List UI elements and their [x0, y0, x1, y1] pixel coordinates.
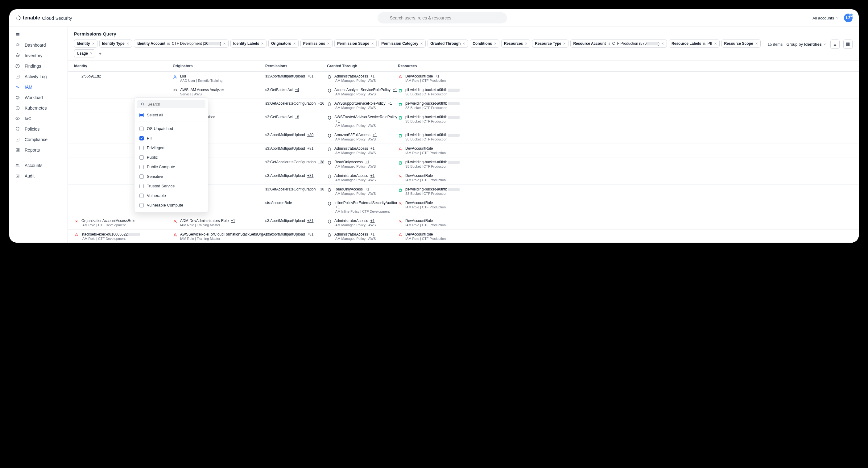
filter-chip-permission-category[interactable]: Permission Category ✕ — [378, 39, 426, 48]
dropdown-option-public-compute[interactable]: Public Compute — [134, 162, 208, 172]
nav-item-workload[interactable]: Workload — [9, 92, 67, 103]
dropdown-search-input[interactable] — [148, 102, 202, 107]
dropdown-option-public[interactable]: Public — [134, 152, 208, 162]
more-badge[interactable]: +1 — [370, 232, 375, 236]
nav-item-findings[interactable]: Findings — [9, 61, 67, 71]
more-badge[interactable]: +81 — [307, 74, 313, 79]
chip-close-icon[interactable]: ✕ — [420, 42, 423, 46]
more-badge[interactable]: +1 — [370, 146, 375, 151]
nav-item-policies[interactable]: Policies — [9, 124, 67, 134]
chip-close-icon[interactable]: ✕ — [755, 42, 758, 46]
col-granted[interactable]: Granted Through — [327, 64, 398, 68]
chip-close-icon[interactable]: ✕ — [261, 42, 264, 46]
chip-close-icon[interactable]: ✕ — [327, 42, 330, 46]
chip-close-icon[interactable]: ✕ — [525, 42, 527, 46]
table-row[interactable]: OrganizationAccountAccessRoleIAM Role|CT… — [68, 216, 859, 230]
columns-button[interactable] — [843, 39, 852, 49]
table-row[interactable]: 2f56b911d2LiorAAD User|Ermetic Trainings… — [68, 71, 859, 85]
chip-close-icon[interactable]: ✕ — [661, 42, 664, 46]
add-filter-button[interactable]: + — [97, 50, 103, 57]
nav-item-inventory[interactable]: Inventory — [9, 50, 67, 61]
svg-rect-26 — [16, 174, 19, 178]
more-badge[interactable]: +38 — [318, 187, 324, 192]
filter-chip-conditions[interactable]: Conditions ✕ — [470, 39, 499, 48]
filter-chip-resource-scope[interactable]: Resource Scope ✕ — [721, 39, 761, 48]
nav-item-iam[interactable]: IAM — [9, 82, 67, 92]
chip-close-icon[interactable]: ✕ — [563, 42, 566, 46]
chip-close-icon[interactable]: ✕ — [714, 42, 717, 46]
chip-close-icon[interactable]: ✕ — [126, 42, 129, 46]
more-badge[interactable]: +4 — [295, 88, 299, 92]
more-badge[interactable]: +1 — [435, 74, 439, 79]
more-badge[interactable]: +1 — [365, 160, 369, 164]
user-avatar[interactable]: LZ — [844, 13, 852, 22]
more-badge[interactable]: +1 — [373, 133, 377, 137]
filter-chip-resources[interactable]: Resources ✕ — [501, 39, 530, 48]
filter-chip-resource-account[interactable]: Resource Account is CTF Production (570)… — [570, 39, 667, 48]
more-badge[interactable]: +1 — [370, 74, 375, 79]
more-badge[interactable]: +1 — [370, 174, 375, 178]
filter-chip-identity-type[interactable]: Identity Type ✕ — [99, 39, 132, 48]
filter-chip-resource-labels[interactable]: Resource Labels is PII ✕ — [669, 39, 719, 48]
more-badge[interactable]: +8 — [295, 115, 299, 119]
filter-chip-resource-type[interactable]: Resource Type ✕ — [532, 39, 568, 48]
table-row[interactable]: stacksets-exec-d816005522IAM Role|CTF De… — [68, 230, 859, 243]
col-originators[interactable]: Originators — [173, 64, 265, 68]
nav-item-reports[interactable]: Reports — [9, 145, 67, 155]
more-badge[interactable]: +81 — [307, 174, 313, 178]
account-selector[interactable]: All accounts — [812, 16, 839, 20]
nav-item-activity-log[interactable]: Activity Log — [9, 71, 67, 82]
more-badge[interactable]: +1 — [336, 205, 340, 209]
more-badge[interactable]: +1 — [370, 218, 375, 223]
download-button[interactable] — [830, 39, 840, 49]
filter-chip-originators[interactable]: Originators ✕ — [268, 39, 299, 48]
more-badge[interactable]: +26 — [318, 101, 324, 106]
dropdown-option-vulnerable-compute[interactable]: Vulnerable Compute — [134, 200, 208, 210]
dropdown-option-pii[interactable]: PII — [134, 134, 208, 143]
dropdown-option-os-unpatched[interactable]: OS Unpatched — [134, 124, 208, 134]
chip-close-icon[interactable]: ✕ — [462, 42, 465, 46]
menu-toggle[interactable] — [9, 29, 67, 40]
dropdown-option-privileged[interactable]: Privileged — [134, 143, 208, 152]
more-badge[interactable]: +1 — [388, 101, 392, 106]
filter-chip-permissions[interactable]: Permissions ✕ — [301, 39, 333, 48]
filter-chip-permission-scope[interactable]: Permission Scope ✕ — [334, 39, 377, 48]
more-badge[interactable]: +80 — [307, 133, 313, 137]
dropdown-option-vulnerable[interactable]: Vulnerable — [134, 191, 208, 200]
col-identity[interactable]: Identity — [74, 64, 173, 68]
select-all-option[interactable]: Select all — [134, 110, 208, 120]
filter-chip-identity-labels[interactable]: Identity Labels ✕ — [230, 39, 267, 48]
group-by-selector[interactable]: Group by Identities — [786, 42, 827, 47]
nav-item-kubernetes[interactable]: Kubernetes — [9, 103, 67, 113]
more-badge[interactable]: +38 — [318, 160, 324, 164]
more-badge[interactable]: +81 — [307, 232, 313, 236]
filter-chip-granted-through[interactable]: Granted Through ✕ — [428, 39, 468, 48]
dropdown-option-sensitive[interactable]: Sensitive — [134, 172, 208, 181]
filter-chip-identity-account[interactable]: Identity Account is CTF Development (20)… — [134, 39, 228, 48]
more-badge[interactable]: +1 — [231, 218, 235, 223]
brand-logo[interactable]: tenable Cloud Security — [16, 15, 72, 21]
global-search-input[interactable] — [377, 12, 507, 24]
nav-item-compliance[interactable]: Compliance — [9, 134, 67, 145]
nav-item-accounts[interactable]: Accounts — [9, 160, 67, 171]
col-resources[interactable]: Resources — [398, 64, 852, 68]
dropdown-option-trusted-service[interactable]: Trusted Service — [134, 181, 208, 191]
filter-chip-usage[interactable]: Usage ✕ — [74, 49, 95, 57]
chip-close-icon[interactable]: ✕ — [90, 52, 93, 56]
col-permissions[interactable]: Permissions — [265, 64, 327, 68]
more-badge[interactable]: +81 — [307, 146, 313, 151]
more-badge[interactable]: +81 — [307, 218, 313, 223]
chip-close-icon[interactable]: ✕ — [223, 42, 226, 46]
table-row[interactable]: AWS IAM Access AnalyzerService|AWSs3:Get… — [68, 85, 859, 99]
more-badge[interactable]: +1 — [393, 88, 397, 92]
more-badge[interactable]: +1 — [336, 119, 340, 123]
chip-close-icon[interactable]: ✕ — [494, 42, 497, 46]
nav-item-audit[interactable]: Audit — [9, 171, 67, 181]
more-badge[interactable]: +1 — [365, 187, 369, 192]
chip-close-icon[interactable]: ✕ — [92, 42, 95, 46]
nav-item-dashboard[interactable]: Dashboard — [9, 40, 67, 50]
nav-item-iac[interactable]: IaC — [9, 113, 67, 124]
filter-chip-identity[interactable]: Identity ✕ — [74, 39, 97, 48]
chip-close-icon[interactable]: ✕ — [371, 42, 374, 46]
chip-close-icon[interactable]: ✕ — [293, 42, 296, 46]
